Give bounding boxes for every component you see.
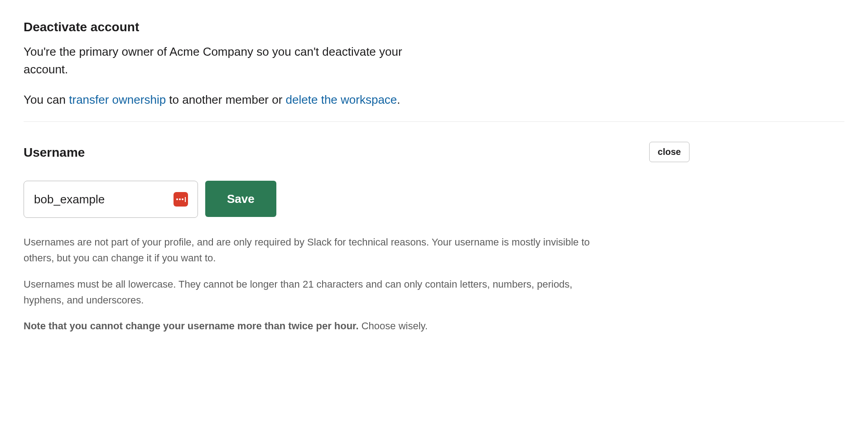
username-help-3: Note that you cannot change your usernam… <box>24 318 612 334</box>
save-button[interactable]: Save <box>205 181 276 217</box>
username-input-wrap <box>24 181 198 218</box>
password-manager-icon[interactable] <box>174 192 188 207</box>
deactivate-section: Deactivate account You're the primary ow… <box>24 18 690 109</box>
deactivate-body-2-prefix: You can <box>24 93 69 106</box>
deactivate-body-2: You can transfer ownership to another me… <box>24 91 449 109</box>
username-section: Username close Save Usernames are not pa… <box>24 144 690 334</box>
transfer-ownership-link[interactable]: transfer ownership <box>69 93 166 106</box>
username-header-row: Username close <box>24 144 690 168</box>
username-input-row: Save <box>24 181 690 218</box>
deactivate-body-2-mid: to another member or <box>166 93 285 106</box>
close-button[interactable]: close <box>649 142 690 162</box>
username-help-3-bold: Note that you cannot change your usernam… <box>24 320 359 332</box>
username-help-3-rest: Choose wisely. <box>359 320 428 332</box>
username-help-2: Usernames must be all lowercase. They ca… <box>24 276 612 308</box>
username-help-1: Usernames are not part of your profile, … <box>24 234 612 266</box>
username-input[interactable] <box>24 181 198 218</box>
section-divider <box>24 121 844 122</box>
username-title: Username <box>24 144 85 162</box>
deactivate-body-1: You're the primary owner of Acme Company… <box>24 43 449 78</box>
deactivate-title: Deactivate account <box>24 18 690 37</box>
deactivate-body-2-suffix: . <box>397 93 400 106</box>
delete-workspace-link[interactable]: delete the workspace <box>286 93 397 106</box>
